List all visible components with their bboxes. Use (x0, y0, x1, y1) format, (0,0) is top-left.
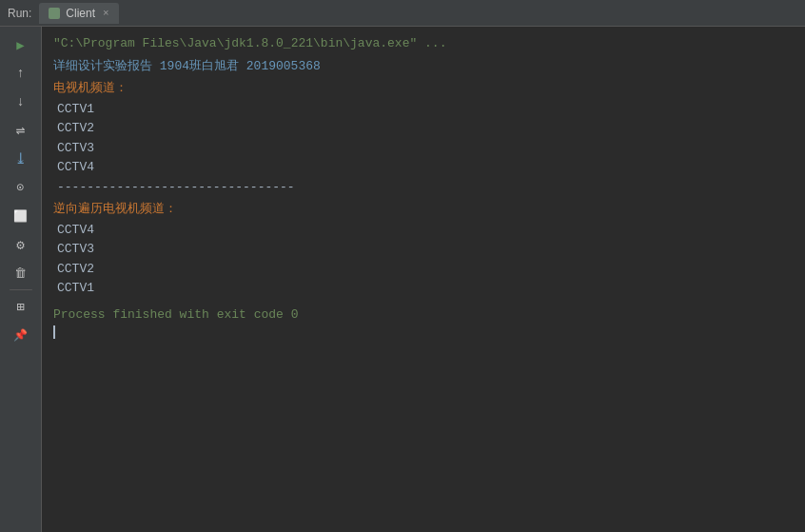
channel-cctv2-rev: CCTV2 (53, 260, 794, 279)
cursor-line (53, 325, 794, 339)
console-output: "C:\Program Files\Java\jdk1.8.0_221\bin\… (42, 27, 805, 532)
scroll-down-button[interactable]: ↓ (9, 89, 33, 114)
pin-to-bottom-button[interactable]: ⤓ (9, 147, 33, 171)
settings-button[interactable]: ⚙ (9, 232, 33, 257)
play-button[interactable]: ▶ (9, 32, 33, 57)
header-line: 详细设计实验报告 1904班白旭君 2019005368 (53, 57, 794, 76)
command-line: "C:\Program Files\Java\jdk1.8.0_221\bin\… (53, 34, 794, 53)
wrap-button[interactable]: ⇌ (9, 118, 33, 143)
pin-icon[interactable]: 📌 (9, 323, 33, 347)
process-line: Process finished with exit code 0 (53, 305, 794, 325)
separator-divider (10, 289, 32, 290)
tab-icon (49, 8, 60, 19)
clear-button[interactable]: 🗑 (9, 261, 33, 286)
toolbar: ▶ ↑ ↓ ⇌ ⤓ ⊙ ⬜ ⚙ 🗑 ⊞ 📌 (0, 27, 42, 532)
channel-cctv1-rev: CCTV1 (53, 279, 794, 298)
top-bar: Run: Client × (0, 0, 805, 27)
camera-button[interactable]: ⊙ (9, 175, 33, 200)
client-tab[interactable]: Client × (39, 3, 118, 24)
layout-button[interactable]: ⊞ (9, 294, 33, 319)
tab-label: Client (66, 7, 95, 20)
section2-label: 逆向遍历电视机频道： (53, 200, 794, 219)
print-button[interactable]: ⬜ (9, 204, 33, 228)
run-label: Run: (8, 7, 31, 20)
channel-cctv1-fwd: CCTV1 (53, 100, 794, 119)
channel-cctv3-fwd: CCTV3 (53, 139, 794, 158)
channel-cctv4-fwd: CCTV4 (53, 158, 794, 177)
section1-label: 电视机频道： (53, 79, 794, 98)
channel-cctv4-rev: CCTV4 (53, 221, 794, 240)
channel-cctv3-rev: CCTV3 (53, 240, 794, 259)
scroll-up-button[interactable]: ↑ (9, 61, 33, 86)
channel-cctv2-fwd: CCTV2 (53, 119, 794, 138)
text-cursor (53, 325, 55, 339)
main-area: ▶ ↑ ↓ ⇌ ⤓ ⊙ ⬜ ⚙ 🗑 ⊞ 📌 "C:\Program Files\… (0, 27, 805, 532)
tab-close-button[interactable]: × (103, 8, 109, 19)
separator-line: -------------------------------- (53, 178, 794, 197)
